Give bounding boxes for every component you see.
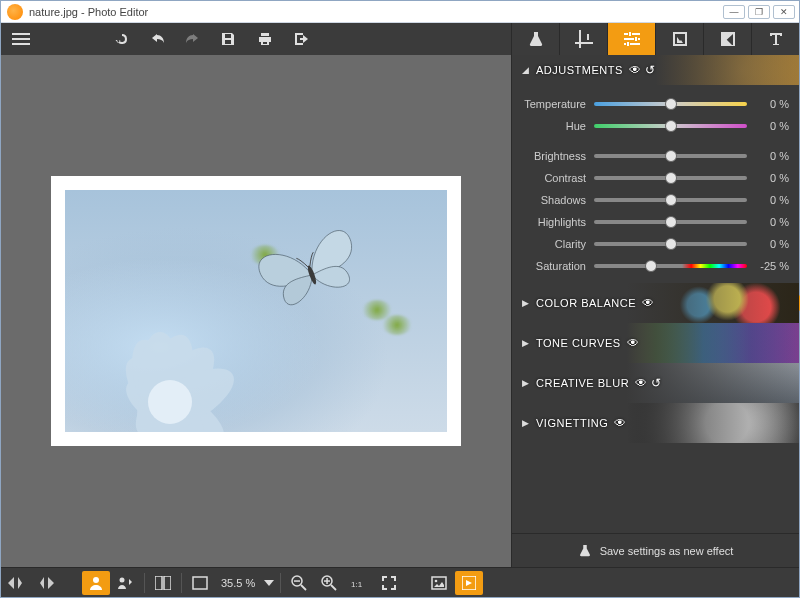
zoom-out-icon bbox=[291, 575, 307, 591]
minimize-button[interactable]: — bbox=[723, 5, 745, 19]
section-vignetting-header[interactable]: ▶ VIGNETTING 👁 bbox=[512, 403, 799, 443]
svg-rect-0 bbox=[12, 33, 30, 35]
split-icon bbox=[155, 576, 171, 590]
svg-rect-16 bbox=[193, 577, 207, 589]
zoom-out-button[interactable] bbox=[285, 571, 313, 595]
svg-rect-2 bbox=[12, 43, 30, 45]
expand-icon: ▶ bbox=[522, 298, 532, 308]
apply-button[interactable] bbox=[455, 571, 483, 595]
slider-track[interactable] bbox=[594, 242, 747, 246]
slider-track[interactable] bbox=[594, 124, 747, 128]
slider-track[interactable] bbox=[594, 264, 747, 268]
visibility-icon[interactable]: 👁 bbox=[642, 296, 654, 310]
crop-icon bbox=[575, 30, 593, 48]
image-preview bbox=[51, 176, 461, 446]
flower-graphic bbox=[85, 282, 285, 432]
slider-track[interactable] bbox=[594, 176, 747, 180]
svg-point-12 bbox=[93, 577, 99, 583]
zoom-in-button[interactable] bbox=[315, 571, 343, 595]
visibility-icon[interactable]: 👁 bbox=[629, 63, 641, 77]
expand-icon: ▶ bbox=[522, 418, 532, 428]
zoom-level: 35.5 % bbox=[215, 577, 261, 589]
slider-thumb[interactable] bbox=[665, 150, 677, 162]
slider-thumb[interactable] bbox=[665, 216, 677, 228]
export-button[interactable] bbox=[286, 31, 318, 47]
reset-icon[interactable]: ↺ bbox=[651, 376, 661, 390]
svg-rect-1 bbox=[12, 38, 30, 40]
section-creative-blur-header[interactable]: ▶ CREATIVE BLUR 👁 ↺ bbox=[512, 363, 799, 403]
slider-brightness: Brightness 0 % bbox=[522, 145, 789, 167]
sliders-icon bbox=[623, 30, 641, 48]
reset-icon[interactable]: ↺ bbox=[645, 63, 655, 77]
tab-crop[interactable] bbox=[559, 23, 607, 55]
split-view-button[interactable] bbox=[149, 571, 177, 595]
slider-contrast: Contrast 0 % bbox=[522, 167, 789, 189]
compare-view-button[interactable] bbox=[112, 571, 140, 595]
svg-rect-15 bbox=[164, 576, 171, 590]
section-adjustments-header[interactable]: ◢ ADJUSTMENTS 👁 ↺ bbox=[512, 55, 799, 85]
actual-size-icon: 1:1 bbox=[351, 576, 367, 590]
tab-adjust[interactable] bbox=[607, 23, 655, 55]
save-button[interactable] bbox=[212, 31, 244, 47]
slider-thumb[interactable] bbox=[665, 172, 677, 184]
app-window: nature.jpg - Photo Editor — ❐ ✕ bbox=[0, 0, 800, 598]
tab-texture[interactable] bbox=[703, 23, 751, 55]
stamp-icon bbox=[671, 30, 689, 48]
slider-thumb[interactable] bbox=[665, 238, 677, 250]
close-button[interactable]: ✕ bbox=[773, 5, 795, 19]
save-effect-button[interactable]: Save settings as new effect bbox=[512, 533, 799, 567]
flask-icon bbox=[578, 544, 592, 558]
expand-icon: ▶ bbox=[522, 338, 532, 348]
svg-text:1:1: 1:1 bbox=[351, 580, 363, 589]
section-tone-curves-header[interactable]: ▶ TONE CURVES 👁 bbox=[512, 323, 799, 363]
slider-shadows: Shadows 0 % bbox=[522, 189, 789, 211]
tab-watermark[interactable] bbox=[655, 23, 703, 55]
undo-all-button[interactable] bbox=[106, 31, 138, 47]
slider-track[interactable] bbox=[594, 154, 747, 158]
export-icon bbox=[293, 31, 311, 47]
collapse-icon: ◢ bbox=[522, 65, 532, 75]
slider-thumb[interactable] bbox=[665, 120, 677, 132]
slider-saturation: Saturation -25 % bbox=[522, 255, 789, 277]
zoom-dropdown[interactable] bbox=[262, 571, 276, 595]
print-button[interactable] bbox=[249, 31, 281, 47]
slider-thumb[interactable] bbox=[665, 98, 677, 110]
visibility-icon[interactable]: 👁 bbox=[627, 336, 639, 350]
fullscreen-button[interactable] bbox=[375, 571, 403, 595]
titlebar: nature.jpg - Photo Editor — ❐ ✕ bbox=[1, 1, 799, 23]
tab-text[interactable] bbox=[751, 23, 799, 55]
slider-track[interactable] bbox=[594, 198, 747, 202]
fit-window-button[interactable] bbox=[186, 571, 214, 595]
undo-button[interactable] bbox=[143, 31, 175, 47]
right-panel: ◢ ADJUSTMENTS 👁 ↺ Temperature 0 % Hue 0 … bbox=[511, 55, 799, 567]
section-adjustments-body: Temperature 0 % Hue 0 % Brightness 0 % bbox=[512, 85, 799, 283]
butterfly-graphic bbox=[257, 230, 367, 310]
section-color-balance-header[interactable]: ▶ COLOR BALANCE 👁 bbox=[512, 283, 799, 323]
top-toolbar bbox=[1, 23, 799, 55]
section-title: TONE CURVES bbox=[536, 337, 621, 349]
redo-icon bbox=[183, 31, 199, 47]
next-image-button[interactable] bbox=[32, 571, 60, 595]
tab-effects[interactable] bbox=[511, 23, 559, 55]
slider-thumb[interactable] bbox=[665, 194, 677, 206]
text-icon bbox=[767, 30, 785, 48]
svg-rect-18 bbox=[294, 580, 300, 582]
redo-button[interactable] bbox=[175, 31, 207, 47]
svg-point-10 bbox=[148, 380, 192, 424]
visibility-icon[interactable]: 👁 bbox=[614, 416, 626, 430]
slider-thumb[interactable] bbox=[645, 260, 657, 272]
slider-track[interactable] bbox=[594, 220, 747, 224]
menu-button[interactable] bbox=[1, 30, 41, 48]
expand-icon: ▶ bbox=[522, 378, 532, 388]
single-view-button[interactable] bbox=[82, 571, 110, 595]
floppy-icon bbox=[220, 31, 236, 47]
prev-image-button[interactable] bbox=[2, 571, 30, 595]
maximize-button[interactable]: ❐ bbox=[748, 5, 770, 19]
visibility-icon[interactable]: 👁 bbox=[635, 376, 647, 390]
printer-icon bbox=[257, 31, 273, 47]
preview-original-button[interactable] bbox=[425, 571, 453, 595]
canvas-area[interactable] bbox=[1, 55, 511, 567]
slider-track[interactable] bbox=[594, 102, 747, 106]
zoom-100-button[interactable]: 1:1 bbox=[345, 571, 373, 595]
svg-rect-21 bbox=[327, 578, 329, 584]
